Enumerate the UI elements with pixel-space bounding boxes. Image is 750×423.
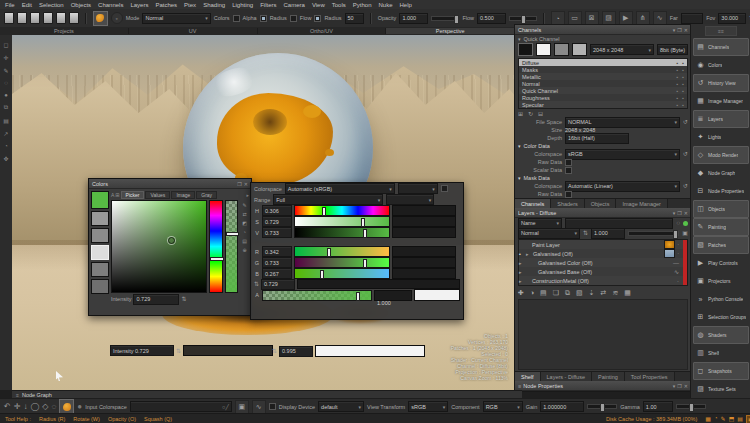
palette-button-selection-groups[interactable]: ⊞Selection Groups — [693, 308, 749, 326]
add-layer-icon[interactable]: ✚ — [518, 289, 524, 297]
mask-raw-data-checkbox[interactable] — [565, 191, 572, 198]
channel-depth-dropdown[interactable]: 8bit (Byte) — [657, 44, 688, 55]
tab-values[interactable]: Values — [145, 191, 170, 199]
menu-layers[interactable]: Layers — [130, 2, 148, 8]
eyedropper-icon[interactable]: ✎ — [242, 202, 246, 208]
palette-button-texture-sets[interactable]: ▨Texture Sets — [693, 380, 749, 398]
dock-tab-layers-diffuse[interactable]: Layers - Diffuse — [541, 372, 592, 381]
sync-channel-icon[interactable]: ↻ — [528, 111, 533, 117]
panel-menu-icon[interactable]: ▾ — [673, 383, 676, 389]
palette-button-modo-render[interactable]: ◇Modo Render — [693, 146, 749, 164]
file-space-reset-icon[interactable]: ↺ — [683, 119, 688, 125]
open-project-icon[interactable] — [17, 12, 27, 24]
range-extra-dropdown[interactable] — [386, 194, 434, 205]
floating-alpha-field[interactable]: 0.995 — [279, 346, 313, 357]
gray-swatch-selected[interactable] — [91, 245, 109, 260]
floating-alpha-stepper[interactable]: ⇅ — [272, 348, 277, 354]
menu-help[interactable]: Help — [400, 2, 412, 8]
move-tool-icon[interactable]: ✛ — [3, 54, 8, 61]
panel-undock-icon[interactable]: ❐ — [677, 210, 681, 216]
dock-tab-shaders[interactable]: Shaders — [551, 199, 585, 208]
alpha-numeric-box[interactable]: 1.000 — [374, 290, 412, 301]
add-adjustment-icon[interactable]: ◑ — [530, 289, 534, 296]
radius-field[interactable]: 50 — [345, 13, 365, 24]
menu-tools[interactable]: Tools — [332, 2, 346, 8]
add-channel-icon[interactable]: ⊞ — [518, 111, 523, 117]
component-dropdown[interactable]: RGB — [483, 401, 523, 412]
channel-swatch-white[interactable] — [536, 43, 551, 56]
channel-row[interactable]: Quick Channel▪▪ — [519, 87, 687, 94]
mask-data-expander[interactable]: ▾ — [518, 175, 521, 181]
panel-undock-icon[interactable]: ❐ — [677, 27, 681, 33]
drop-icon[interactable]: ↓ — [23, 403, 27, 411]
menu-lighting[interactable]: Lighting — [232, 2, 253, 8]
menu-ptex[interactable]: Ptex — [184, 2, 196, 8]
opacity-slider[interactable] — [431, 16, 459, 21]
gamma-field[interactable]: 1.00 — [643, 401, 673, 412]
palette-button-node-properties[interactable]: ⊟Node Properties — [693, 182, 749, 200]
tab-picker[interactable]: Picker — [121, 191, 145, 199]
mini-stepper[interactable]: ⇅ — [254, 281, 259, 287]
blue-value-field[interactable]: 0.267 — [262, 268, 292, 279]
close-project-icon[interactable] — [69, 12, 79, 24]
active-brush-button[interactable] — [59, 399, 74, 414]
menu-filters[interactable]: Filters — [260, 2, 276, 8]
status-active-icon[interactable]: ✱ — [746, 415, 750, 423]
palette-button-play-controls[interactable]: ▶Play Controls — [693, 254, 749, 272]
vector-tool-icon[interactable]: ↗ — [3, 130, 8, 137]
menu-file[interactable]: File — [5, 2, 15, 8]
paint-tool-icon[interactable]: ✎ — [3, 67, 8, 74]
palettes-toolbar-grip[interactable]: ≡≡ — [705, 26, 737, 36]
layer-blend-mode-dropdown[interactable]: Normal — [518, 228, 580, 239]
picker-option-icon[interactable]: ▤ — [242, 238, 247, 244]
gray-swatch[interactable] — [91, 262, 109, 277]
colorspace-checkbox[interactable] — [441, 185, 448, 192]
palette-button-layers[interactable]: ≣Layers — [693, 110, 749, 128]
blue-numeric-box[interactable] — [392, 268, 456, 279]
add-procedural-icon[interactable]: ▤ — [540, 289, 547, 297]
colorspace-dropdown[interactable]: Automatic (sRGB) — [285, 183, 395, 194]
menu-selection[interactable]: Selection — [39, 2, 64, 8]
gamma-slider[interactable] — [676, 404, 706, 409]
palette-button-image-manager[interactable]: ▦Image Manager — [693, 92, 749, 110]
tab-gray[interactable]: Gray — [196, 191, 217, 199]
projection-on-icon[interactable]: ◔ — [551, 11, 565, 25]
paint-tool-button[interactable] — [93, 11, 108, 26]
curve-icon[interactable]: ∿ — [252, 400, 266, 414]
channel-swatch-black[interactable] — [518, 43, 533, 56]
channel-row[interactable]: Normal▪▪ — [519, 80, 687, 87]
channel-swatch-gray[interactable] — [554, 43, 569, 56]
floating-intensity-stepper[interactable]: ⇅ — [176, 348, 181, 354]
save-project-icon[interactable] — [30, 12, 40, 24]
quick-channel-expander[interactable]: ▾ — [518, 36, 521, 42]
lut-checkbox[interactable] — [269, 403, 276, 410]
soft-brush-icon[interactable]: ◌ — [52, 403, 57, 411]
green-slider[interactable] — [294, 257, 390, 268]
palette-button-snapshots[interactable]: ◻Snapshots — [693, 362, 749, 380]
current-color-swatch[interactable] — [91, 191, 109, 209]
blur-tool-icon[interactable]: ● — [4, 92, 8, 98]
radius-checkbox[interactable] — [260, 15, 267, 22]
far-field[interactable] — [681, 13, 703, 24]
dock-tab-image-manager[interactable]: Image Manager — [616, 199, 668, 208]
menu-patches[interactable]: Patches — [155, 2, 177, 8]
colorspace-extra-dropdown[interactable] — [398, 183, 438, 194]
menu-edit[interactable]: Edit — [22, 2, 32, 8]
mode-dropdown[interactable]: Normal — [142, 13, 210, 24]
add-mask-icon[interactable]: ▧ — [576, 289, 583, 297]
sphere-preview-icon[interactable]: ● — [77, 403, 82, 411]
merge-layers-icon[interactable]: ⇣ — [589, 289, 595, 297]
layer-row-group[interactable]: •▸Galvanised (Off) ∙ — [519, 249, 687, 258]
blend-lock-icon[interactable]: ⇅ — [583, 230, 588, 236]
gain-slider[interactable] — [587, 404, 617, 409]
projection-through-icon[interactable]: ⊠ — [585, 11, 599, 25]
dock-tab-channels[interactable]: Channels — [515, 199, 551, 208]
grid-mode-icon[interactable]: ⊞ — [115, 192, 119, 198]
select-tool-icon[interactable]: ◻ — [4, 41, 9, 48]
transform-icon[interactable]: ✛ — [14, 403, 21, 411]
layer-scrollbar-track[interactable] — [683, 240, 687, 285]
circle-brush-icon[interactable]: ◯ — [30, 403, 39, 411]
status-list-icon[interactable]: ▤ — [737, 415, 743, 423]
gain-field[interactable]: 1.000000 — [540, 401, 584, 412]
layer-row[interactable]: Paint Layer ∙ — [519, 240, 687, 249]
